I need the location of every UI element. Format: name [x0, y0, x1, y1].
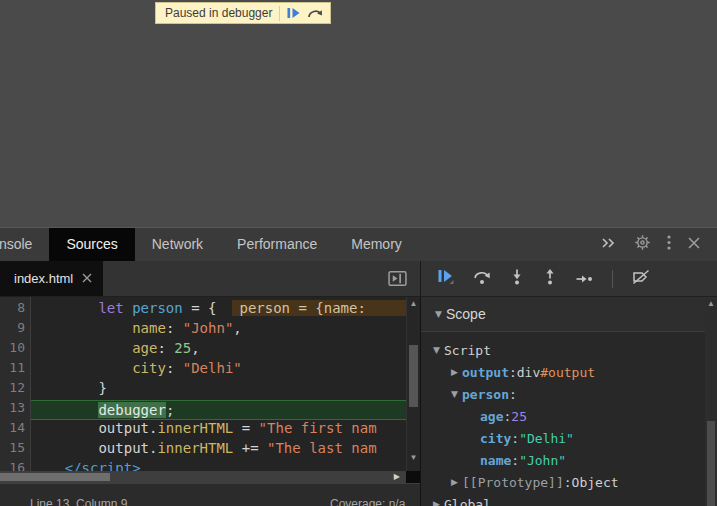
- resume-script-icon[interactable]: [437, 269, 454, 288]
- scope-row-var-output[interactable]: ▶output: div#output: [421, 361, 717, 383]
- tab-performance[interactable]: Performance: [220, 228, 334, 261]
- step-into-icon[interactable]: [510, 269, 524, 289]
- code-token: =: [233, 420, 258, 436]
- code-token: ,: [233, 320, 241, 336]
- code-token: }: [31, 380, 107, 396]
- more-tabs-button[interactable]: [590, 228, 626, 261]
- controls-divider: [612, 270, 613, 288]
- tab-sources[interactable]: Sources: [49, 228, 134, 261]
- scope-token: [[Prototype]]: [462, 475, 564, 490]
- devtools-tabbar-actions: [626, 228, 717, 261]
- scope-token: "Delhi": [519, 431, 574, 446]
- code-token: 25: [174, 340, 191, 356]
- gutter-line-number[interactable]: 11: [0, 360, 30, 380]
- deactivate-breakpoints-icon[interactable]: [632, 269, 650, 289]
- editor-tab-strip: index.html: [0, 261, 421, 296]
- scroll-right-icon[interactable]: ▶: [394, 472, 400, 482]
- scope-row-person-age[interactable]: age: 25: [421, 405, 717, 427]
- close-devtools-icon[interactable]: [687, 236, 701, 254]
- scope-token: Script: [444, 343, 491, 358]
- gutter-line-number[interactable]: 8: [0, 300, 30, 320]
- disclosure-triangle-icon[interactable]: ▼: [447, 389, 462, 399]
- scope-tree: ▼Script▶output: div#output▼person:age: 2…: [421, 332, 717, 506]
- disclosure-triangle-icon[interactable]: ▶: [447, 367, 462, 377]
- scope-token: :: [564, 475, 572, 490]
- disclosure-triangle-icon[interactable]: ▶: [429, 499, 444, 506]
- scope-vscroll-thumb[interactable]: [707, 421, 715, 506]
- scroll-up-icon[interactable]: ▲: [407, 299, 420, 309]
- chevron-double-right-icon: [600, 236, 616, 254]
- gutter-line-number[interactable]: 9: [0, 320, 30, 340]
- gutter-line-number[interactable]: 12: [0, 380, 30, 400]
- disclosure-triangle-icon: ▼: [431, 309, 446, 319]
- code-line[interactable]: let person = {person = {name:: [31, 300, 406, 320]
- editor-horizontal-scrollbar[interactable]: ▶: [0, 471, 420, 483]
- panel-toggle-icon[interactable]: [388, 270, 407, 291]
- disclosure-triangle-icon[interactable]: ▶: [447, 477, 462, 487]
- code-line[interactable]: </script>: [31, 460, 406, 471]
- scope-token: person: [462, 387, 509, 402]
- scope-row-person-city[interactable]: city: "Delhi": [421, 427, 717, 449]
- settings-gear-icon[interactable]: [634, 234, 651, 255]
- scope-vertical-scrollbar[interactable]: ▲: [705, 299, 717, 506]
- more-options-icon[interactable]: [667, 234, 671, 255]
- code-line[interactable]: name: "John",: [31, 320, 406, 340]
- code-token: :: [157, 340, 174, 356]
- tab-network[interactable]: Network: [135, 228, 220, 261]
- gutter-line-number[interactable]: 13: [0, 400, 30, 420]
- code-token: [31, 402, 98, 418]
- code-token: "John": [183, 320, 234, 336]
- tab-console[interactable]: Console: [0, 228, 49, 261]
- code-token: city: [132, 360, 166, 376]
- gutter-line-number[interactable]: 15: [0, 440, 30, 460]
- step-over-icon[interactable]: [473, 269, 491, 289]
- gutter-line-number[interactable]: 16: [0, 460, 30, 471]
- code-token: "The last nam: [267, 440, 377, 456]
- scope-token: :: [511, 431, 519, 446]
- editor-vscroll-thumb[interactable]: [409, 345, 418, 407]
- tab-memory[interactable]: Memory: [334, 228, 419, 261]
- step-icon[interactable]: [576, 270, 593, 288]
- code-line[interactable]: output.innerHTML += "The last nam: [31, 440, 406, 460]
- code-token: name: [132, 320, 166, 336]
- scope-token: :: [509, 365, 517, 380]
- code-token: [31, 320, 132, 336]
- devtools-tabbar: ConsoleSourcesNetworkPerformanceMemory: [0, 228, 717, 261]
- code-line[interactable]: age: 25,: [31, 340, 406, 360]
- code-token: person: [132, 300, 183, 316]
- coverage-label: Coverage: n/a: [330, 497, 405, 506]
- banner-resume-icon[interactable]: [287, 7, 300, 19]
- code-token: output.: [31, 420, 157, 436]
- scope-token: "John": [519, 453, 566, 468]
- scope-row-var-person[interactable]: ▼person:: [421, 383, 717, 405]
- close-tab-icon[interactable]: [82, 271, 92, 286]
- file-tab-index-html[interactable]: index.html: [0, 261, 103, 296]
- code-editor-pane: 8910111213141516 let person = {person = …: [0, 297, 421, 506]
- code-token: output.: [31, 440, 157, 456]
- scope-token: :: [509, 387, 517, 402]
- gutter-line-number[interactable]: 14: [0, 420, 30, 440]
- code-area[interactable]: let person = {person = {name: name: "Joh…: [31, 297, 406, 471]
- step-out-icon[interactable]: [543, 269, 557, 289]
- scope-token: output: [462, 365, 509, 380]
- editor-vertical-scrollbar[interactable]: ▲ ▼: [406, 297, 420, 471]
- scope-section-header[interactable]: ▼ Scope: [421, 297, 717, 332]
- code-line-paused[interactable]: debugger;: [31, 400, 406, 420]
- editor-hscroll-thumb[interactable]: [0, 473, 110, 481]
- line-number-gutter: 8910111213141516: [0, 297, 31, 471]
- scope-row-section-global[interactable]: ▶Global: [421, 493, 717, 506]
- scope-row-person-prototype[interactable]: ▶[[Prototype]]: Object: [421, 471, 717, 493]
- scope-row-section-script[interactable]: ▼Script: [421, 339, 717, 361]
- disclosure-triangle-icon[interactable]: ▼: [429, 345, 444, 355]
- gutter-line-number[interactable]: 10: [0, 340, 30, 360]
- scroll-up-icon[interactable]: ▲: [705, 299, 717, 309]
- scroll-down-icon[interactable]: ▼: [407, 453, 420, 463]
- code-line[interactable]: output.innerHTML = "The first nam: [31, 420, 406, 440]
- code-line[interactable]: city: "Delhi": [31, 360, 406, 380]
- scope-row-person-name[interactable]: name: "John": [421, 449, 717, 471]
- code-token: "The first nam: [259, 420, 377, 436]
- code-line[interactable]: }: [31, 380, 406, 400]
- code-editor[interactable]: 8910111213141516 let person = {person = …: [0, 297, 420, 471]
- code-token: ;: [166, 402, 174, 418]
- banner-step-over-icon[interactable]: [307, 7, 323, 19]
